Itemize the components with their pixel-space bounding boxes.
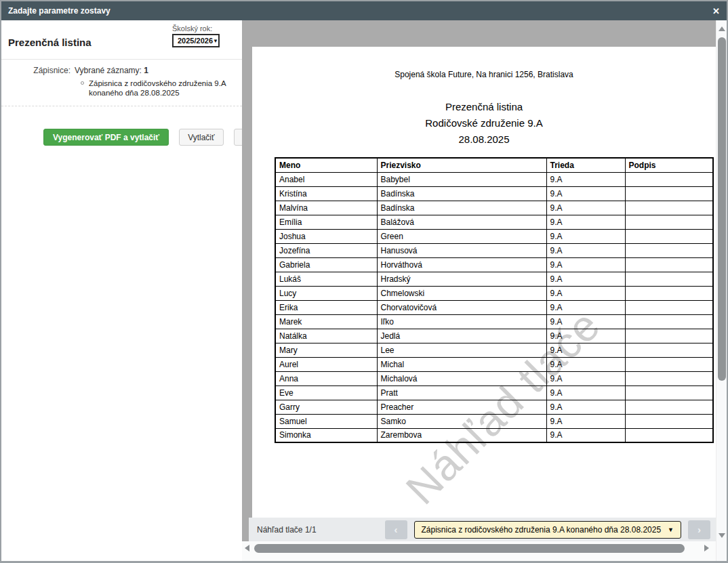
school-year-select[interactable]: 2025/2026 ▼ xyxy=(172,34,220,47)
previous-record-button[interactable]: ‹ xyxy=(385,520,407,539)
chevron-down-icon: ▼ xyxy=(668,526,674,533)
table-row: SamuelSamko9.A xyxy=(275,414,713,428)
table-cell: Natálka xyxy=(275,329,377,343)
selected-records-line: Vybrané záznamy: 1 xyxy=(75,66,235,75)
close-icon[interactable]: ✕ xyxy=(712,7,720,16)
table-cell: Lukáš xyxy=(275,272,377,286)
document-date: 28.08.2025 xyxy=(252,131,716,148)
table-row: EvePratt9.A xyxy=(275,385,713,400)
table-row: ErikaChorvatovičová9.A xyxy=(275,300,713,314)
scroll-right-icon[interactable] xyxy=(704,545,709,551)
table-row: GabrielaHorváthová9.A xyxy=(275,257,713,272)
table-cell: Iľko xyxy=(377,314,546,329)
table-cell xyxy=(625,243,713,257)
dialog-titlebar: Zadajte parametre zostavy ✕ xyxy=(1,1,727,20)
parameters-panel: Prezenčná listina Školský rok: 2025/2026… xyxy=(1,20,242,561)
table-cell: 9.A xyxy=(546,229,625,243)
panel-header: Prezenčná listina Školský rok: 2025/2026… xyxy=(1,20,242,60)
table-row: MaryLee9.A xyxy=(275,343,713,357)
table-cell: Lee xyxy=(377,343,546,357)
table-cell: 9.A xyxy=(546,300,625,314)
table-cell xyxy=(625,371,713,385)
table-cell: Lucy xyxy=(275,286,377,300)
table-column-header: Priezvisko xyxy=(377,158,546,172)
record-select-dropdown[interactable]: Zápisnica z rodičovského združenia 9.A k… xyxy=(414,521,682,539)
table-cell: Anna xyxy=(275,371,377,385)
table-row: MalvínaBadínska9.A xyxy=(275,201,713,215)
table-row: JoshuaGreen9.A xyxy=(275,229,713,243)
selected-records-label: Vybrané záznamy: xyxy=(75,66,142,75)
generate-pdf-button[interactable]: Vygenerovať PDF a vytlačiť xyxy=(43,129,169,146)
vertical-scrollbar[interactable] xyxy=(716,20,727,561)
table-row: GarryPreacher9.A xyxy=(275,400,713,414)
table-cell xyxy=(625,357,713,371)
table-row: AnabelBabybel9.A xyxy=(275,172,713,186)
page-indicator: Náhľad tlače 1/1 xyxy=(257,525,317,535)
table-cell: 9.A xyxy=(546,357,625,371)
table-cell: 9.A xyxy=(546,257,625,272)
document-subtitle: Rodičovské združenie 9.A xyxy=(252,115,716,131)
table-cell: Preacher xyxy=(377,400,546,414)
table-cell: Samko xyxy=(377,414,546,428)
selected-record-text: Zápisnica z rodičovského združenia 9.A k… xyxy=(89,79,235,98)
print-button[interactable]: Vytlačiť xyxy=(179,129,223,146)
preview-bottom-bar: Náhľad tlače 1/1 ‹ Zápisnica z rodičovsk… xyxy=(249,518,716,541)
table-row: JozefínaHanusová9.A xyxy=(275,243,713,257)
table-cell xyxy=(625,272,713,286)
table-cell: Aurel xyxy=(275,357,377,371)
table-cell: 9.A xyxy=(546,385,625,400)
table-row: SimonkaZarembova9.A xyxy=(275,428,713,442)
preview-page: Náhľad tlače Spojená škola Future, Na hr… xyxy=(252,47,716,518)
table-cell xyxy=(625,300,713,314)
table-cell: Michalová xyxy=(377,371,546,385)
selected-record-item: Zápisnica z rodičovského združenia 9.A k… xyxy=(75,79,235,98)
table-cell: Gabriela xyxy=(275,257,377,272)
table-cell: Babybel xyxy=(377,172,546,186)
next-record-button[interactable]: › xyxy=(688,520,710,539)
table-cell: Chmelowski xyxy=(377,286,546,300)
scroll-up-icon[interactable] xyxy=(719,26,725,31)
table-cell xyxy=(625,343,713,357)
table-cell: Joshua xyxy=(275,229,377,243)
table-cell: Jedlá xyxy=(377,329,546,343)
table-cell: 9.A xyxy=(546,172,625,186)
table-cell: Mary xyxy=(275,343,377,357)
table-column-header: Meno xyxy=(275,158,377,172)
table-row: NatálkaJedlá9.A xyxy=(275,329,713,343)
table-cell: 9.A xyxy=(546,186,625,201)
table-cell: Green xyxy=(377,229,546,243)
document-title: Prezenčná listina xyxy=(252,99,716,115)
table-cell: Marek xyxy=(275,314,377,329)
table-cell: 9.A xyxy=(546,329,625,343)
table-header-row: MenoPriezviskoTriedaPodpis xyxy=(275,158,713,172)
school-year-value: 2025/2026 xyxy=(178,37,213,45)
table-cell: Pratt xyxy=(377,385,546,400)
table-row: LukášHradský9.A xyxy=(275,272,713,286)
table-cell: 9.A xyxy=(546,414,625,428)
table-column-header: Trieda xyxy=(546,158,625,172)
table-cell: Emília xyxy=(275,215,377,229)
table-cell: Malvína xyxy=(275,201,377,215)
table-cell: 9.A xyxy=(546,201,625,215)
horizontal-scrollbar[interactable] xyxy=(242,541,716,561)
table-cell: Samuel xyxy=(275,414,377,428)
vertical-scrollbar-thumb[interactable] xyxy=(718,37,726,381)
chevron-left-icon: ‹ xyxy=(395,524,398,535)
scroll-left-icon[interactable] xyxy=(245,545,249,551)
horizontal-scrollbar-thumb[interactable] xyxy=(254,544,685,553)
table-cell: 9.A xyxy=(546,215,625,229)
report-parameters-dialog: Zadajte parametre zostavy ✕ Prezenčná li… xyxy=(0,0,728,563)
table-cell: Jozefína xyxy=(275,243,377,257)
scroll-down-icon[interactable] xyxy=(719,533,725,538)
table-row: KristínaBadínska9.A xyxy=(275,186,713,201)
zapisnice-label: Zápisnice: xyxy=(1,66,75,98)
table-cell: Garry xyxy=(275,400,377,414)
attendance-table: MenoPriezviskoTriedaPodpis AnabelBabybel… xyxy=(275,157,714,443)
table-cell xyxy=(625,329,713,343)
table-cell: Michal xyxy=(377,357,546,371)
table-cell: 9.A xyxy=(546,272,625,286)
table-row: AnnaMichalová9.A xyxy=(275,371,713,385)
table-cell: Zarembova xyxy=(377,428,546,442)
table-cell: Hradský xyxy=(377,272,546,286)
chevron-right-icon: › xyxy=(697,524,701,535)
